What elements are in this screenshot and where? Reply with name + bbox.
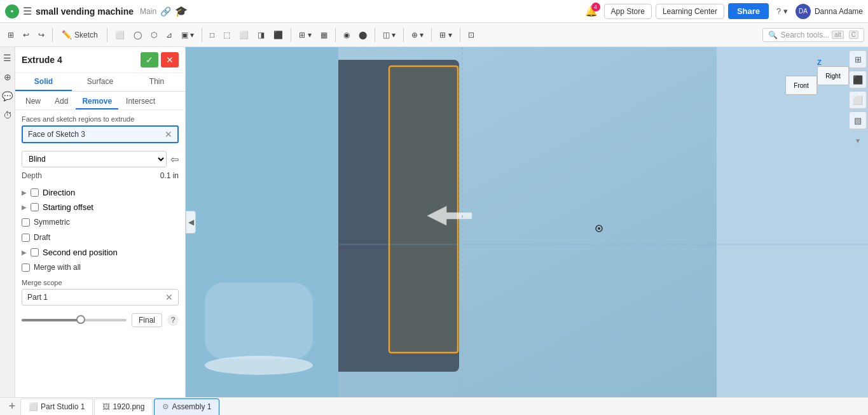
hamburger-icon[interactable]: ☰ (23, 5, 32, 17)
merge-scope-clear-button[interactable]: ✕ (165, 292, 173, 302)
tab-image[interactable]: 🖼 1920.png (94, 398, 153, 415)
op-tab-intersect[interactable]: Intersect (120, 94, 162, 109)
learning-button[interactable]: Learning Center (656, 4, 724, 19)
toolbar-sep-8 (431, 28, 432, 42)
viewport-icon-cube[interactable]: ⬛ (849, 71, 867, 88)
toolbar-button-18[interactable]: ⊡ (464, 28, 478, 42)
logo-text: ● (11, 8, 14, 14)
extrude-panel: Extrude 4 ✓ ✕ Solid Surface Thin New Add… (15, 47, 186, 397)
toolbar-button-15[interactable]: ◫ ▾ (379, 28, 399, 42)
extrude-cancel-button[interactable]: ✕ (161, 52, 179, 67)
tab-solid[interactable]: Solid (15, 73, 72, 91)
merge-scope-label: Merge scope (22, 279, 179, 286)
viewport-icon-settings[interactable]: ⊞ (849, 50, 867, 68)
draft-checkbox[interactable] (22, 234, 30, 242)
viewport-icon-layers[interactable]: ⬜ (849, 91, 867, 109)
toolbar-button-3[interactable]: ⬡ (147, 28, 161, 42)
share-button[interactable]: Share (728, 3, 769, 19)
nav-cube-right[interactable]: Right (817, 66, 849, 85)
toolbar-sep-9 (460, 28, 460, 42)
slider-fill (22, 319, 79, 321)
viewport[interactable]: ◀ Z Front Right ⊞ ⬛ ⬜ ▧ ▾ (186, 47, 868, 397)
user-name: Danna Adame (815, 7, 863, 16)
toolbar-button-5[interactable]: ▣ ▾ (177, 28, 198, 42)
final-button[interactable]: Final (132, 313, 162, 327)
appstore-button[interactable]: App Store (604, 4, 652, 19)
search-shortcut1: alt (832, 31, 844, 39)
notifications-button[interactable]: 🔔 4 (582, 3, 600, 20)
toolbar-button-7[interactable]: ⬚ (219, 28, 234, 42)
symmetric-checkbox[interactable] (22, 218, 30, 227)
faces-clear-button[interactable]: ✕ (165, 129, 172, 139)
toolbar-button-12[interactable]: ▦ (317, 28, 331, 42)
topbar-right: 🔔 4 App Store Learning Center Share ? ▾ … (582, 3, 863, 20)
left-icon-history[interactable]: ⏱ (1, 108, 14, 122)
toolbar-button-13[interactable]: ◉ (340, 28, 354, 42)
slider-track[interactable] (22, 319, 127, 321)
symmetric-label: Symmetric (34, 218, 70, 227)
slider-thumb[interactable] (76, 315, 85, 324)
tab-assembly[interactable]: ⚙ Assembly 1 (154, 398, 219, 415)
extrude-type-select[interactable]: Blind Symmetric Through All (22, 151, 167, 167)
direction-label: Direction (43, 188, 75, 197)
main-area: ☰ ⊕ 💬 ⏱ Extrude 4 ✓ ✕ Solid Surface Thin… (0, 47, 868, 397)
toolbar-button-redo[interactable]: ↪ (34, 28, 48, 42)
second-end-checkbox[interactable] (31, 248, 39, 257)
toolbar-sep-7 (403, 28, 404, 42)
toolbar-button-2[interactable]: ◯ (130, 28, 146, 42)
left-icon-cursor[interactable]: ⊕ (2, 70, 13, 84)
search-tools[interactable]: 🔍 Search tools... alt C (762, 28, 864, 42)
toolbar-button-4[interactable]: ⊿ (162, 28, 176, 42)
user-avatar: DA (796, 4, 811, 19)
expand-panel-button[interactable]: ◀ (186, 211, 196, 234)
tab-surface[interactable]: Surface (72, 73, 128, 91)
op-tab-add[interactable]: Add (48, 94, 74, 109)
left-icon-strip: ☰ ⊕ 💬 ⏱ (0, 47, 15, 397)
second-end-label: Second end position (43, 248, 118, 257)
nav-z-label: Z (817, 59, 822, 66)
extrude-confirm-button[interactable]: ✓ (141, 52, 158, 67)
search-icon: 🔍 (768, 31, 778, 39)
toolbar-button-9[interactable]: ◨ (254, 28, 268, 42)
toolbar-button-17[interactable]: ⊞ ▾ (436, 28, 455, 42)
doc-title[interactable]: small vending machine (36, 6, 134, 17)
toolbar-sep-4 (291, 28, 291, 42)
merge-scope-field[interactable]: Part 1 ✕ (22, 289, 179, 306)
toolbar-button-grid[interactable]: ⊞ (4, 28, 18, 42)
starting-offset-checkbox[interactable] (31, 203, 39, 211)
add-tab-button[interactable]: + (5, 400, 19, 414)
merge-all-checkbox[interactable] (22, 264, 30, 272)
nav-cube-front[interactable]: Front (785, 76, 817, 95)
depth-value[interactable]: 0.1 in (160, 171, 179, 180)
toolbar-button-solid[interactable]: ⬜ (111, 28, 128, 42)
toolbar-sketch-button[interactable]: ✏️ Sketch (57, 27, 103, 42)
direction-checkbox[interactable] (31, 188, 39, 197)
flip-direction-icon[interactable]: ⇦ (170, 153, 179, 165)
viewport-icon-dropdown[interactable]: ▾ (849, 132, 867, 150)
second-end-row[interactable]: ▶ Second end position (15, 245, 185, 260)
part-studio-label: Part Studio 1 (41, 402, 85, 411)
toolbar-button-16[interactable]: ⊕ ▾ (408, 28, 427, 42)
toolbar: ⊞ ↩ ↪ ✏️ Sketch ⬜ ◯ ⬡ ⊿ ▣ ▾ □ ⬚ ⬜ ◨ ⬛ ⊞ … (0, 23, 868, 47)
toolbar-button-14[interactable]: ⬤ (355, 28, 371, 42)
op-tab-new[interactable]: New (19, 94, 47, 109)
starting-offset-row[interactable]: ▶ Starting offset (15, 200, 185, 215)
help-question-button[interactable]: ? (167, 314, 179, 326)
svg-point-11 (598, 227, 600, 230)
tab-thin[interactable]: Thin (128, 73, 185, 91)
viewport-icon-section[interactable]: ▧ (849, 111, 867, 129)
help-button[interactable]: ? ▾ (773, 5, 792, 17)
extrude-actions: ✓ ✕ (141, 52, 179, 67)
tab-part-studio[interactable]: ⬜ Part Studio 1 (20, 398, 93, 415)
op-tab-remove[interactable]: Remove (76, 94, 118, 109)
faces-field[interactable]: Face of Sketch 3 ✕ (22, 125, 179, 143)
extrude-title: Extrude 4 (22, 55, 62, 65)
toolbar-button-undo[interactable]: ↩ (19, 28, 33, 42)
direction-row[interactable]: ▶ Direction (15, 185, 185, 200)
toolbar-button-11[interactable]: ⊞ ▾ (295, 28, 315, 42)
left-icon-menu[interactable]: ☰ (1, 51, 13, 65)
toolbar-button-6[interactable]: □ (206, 28, 218, 42)
toolbar-button-8[interactable]: ⬜ (235, 28, 252, 42)
left-icon-comment[interactable]: 💬 (0, 89, 15, 103)
toolbar-button-10[interactable]: ⬛ (270, 28, 287, 42)
